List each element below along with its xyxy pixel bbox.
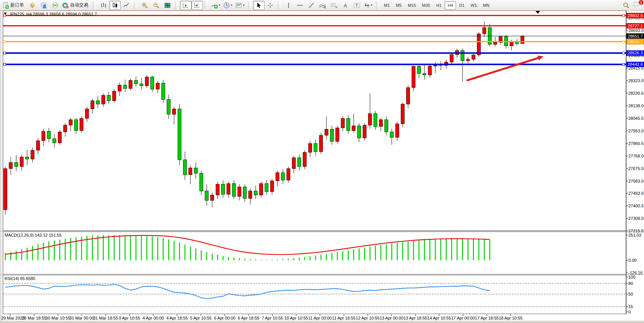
timeframe-M5[interactable]: M5 xyxy=(393,1,405,10)
crosshair-icon xyxy=(267,2,273,8)
tile-windows-icon xyxy=(164,2,171,9)
candle xyxy=(26,157,29,159)
date-tick-label: 6 Apr 00:00 xyxy=(214,316,235,320)
auto-scroll-button[interactable] xyxy=(180,1,191,10)
new-order-icon xyxy=(2,2,9,9)
line-handle[interactable] xyxy=(622,52,625,54)
candle xyxy=(276,173,279,181)
rsi-panel[interactable] xyxy=(3,275,626,314)
periods-button[interactable]: ▼ xyxy=(222,1,234,10)
profile-button[interactable] xyxy=(38,1,49,10)
timeframe-MN[interactable]: MN xyxy=(480,1,493,10)
arrows-dropdown-caret[interactable]: ▼ xyxy=(370,4,373,6)
styler-button[interactable] xyxy=(27,1,38,10)
fibonacci-tool[interactable]: F xyxy=(328,1,340,10)
timeframe-M30[interactable]: M30 xyxy=(419,1,433,10)
rsi-scale-label: 50 xyxy=(628,292,633,296)
zoom-group xyxy=(138,0,174,10)
search-icon[interactable] xyxy=(623,2,630,9)
indicators-button[interactable]: ▼ xyxy=(210,1,222,10)
candle xyxy=(80,118,83,130)
crosshair-button[interactable] xyxy=(265,1,276,10)
date-tick-label: 6 Apr 18:55 xyxy=(238,316,259,320)
candle xyxy=(287,169,290,180)
line-handle[interactable] xyxy=(622,14,625,17)
tile-windows-button[interactable] xyxy=(162,1,173,10)
periods-dropdown-caret[interactable]: ▼ xyxy=(230,4,233,6)
scroll-group xyxy=(179,0,204,10)
price-tick-label: 28045.5 xyxy=(628,116,644,121)
signals-button[interactable] xyxy=(49,1,61,10)
horizontal-line-tool[interactable] xyxy=(294,1,306,10)
trendline-tool[interactable] xyxy=(306,1,317,10)
indicators-dropdown-caret[interactable]: ▼ xyxy=(218,4,221,6)
candle xyxy=(352,126,355,130)
candle xyxy=(199,173,203,191)
candle xyxy=(249,191,252,199)
timeframe-D1[interactable]: D1 xyxy=(456,1,467,10)
templates-button[interactable]: ▼ xyxy=(234,1,246,10)
bar-chart-button[interactable] xyxy=(98,1,109,10)
cursor-button[interactable] xyxy=(253,1,265,10)
candle xyxy=(151,77,154,89)
line-handle[interactable] xyxy=(622,63,625,65)
candle xyxy=(521,36,524,44)
text-tool[interactable]: A xyxy=(340,1,351,10)
candle xyxy=(58,132,62,143)
date-tick-label: 4 Apr 18:55 xyxy=(166,316,188,320)
candle xyxy=(357,126,361,138)
main-toolbar: 新订单 xyxy=(0,0,644,11)
templates-dropdown-caret[interactable]: ▼ xyxy=(242,4,245,6)
arrows-tool[interactable]: ▼ xyxy=(363,1,374,10)
candle xyxy=(254,191,257,195)
svg-text:E: E xyxy=(324,6,326,8)
chart-shift-button[interactable] xyxy=(191,1,203,10)
date-tick-label: 17 Apr 00:00 xyxy=(451,316,475,320)
date-tick-label: 10 Apr 10:55 xyxy=(284,316,308,320)
trade-group: 新订单 xyxy=(0,0,92,10)
candle xyxy=(395,124,399,137)
candle xyxy=(265,183,268,191)
line-handle[interactable] xyxy=(3,52,6,54)
candle xyxy=(47,131,51,139)
autotrade-button[interactable]: 自动交易 xyxy=(61,1,91,10)
chart-canvas[interactable]: 28785.528693.028600.528508.028415.528323… xyxy=(0,0,644,323)
line-chart-icon xyxy=(123,2,130,9)
main-chart-panel[interactable] xyxy=(3,11,626,231)
candle xyxy=(74,120,78,131)
candle xyxy=(118,85,121,91)
rsi-scale-label: 15 xyxy=(628,304,633,309)
line-handle[interactable] xyxy=(3,41,6,43)
price-label-text: 28727.1 xyxy=(628,24,643,28)
line-chart-button[interactable] xyxy=(121,1,132,10)
objects-group: ▼ ▼ ▼ xyxy=(209,0,247,10)
equidistant-channel-icon: E xyxy=(319,2,327,8)
candle xyxy=(91,101,94,109)
candlestick-chart-button[interactable] xyxy=(109,1,121,10)
timeframe-H1[interactable]: H1 xyxy=(433,1,445,10)
zoom-in-button[interactable] xyxy=(139,1,150,10)
candle xyxy=(64,125,67,132)
line-handle[interactable] xyxy=(622,41,625,43)
timeframe-W1[interactable]: W1 xyxy=(467,1,480,10)
zoom-out-button[interactable] xyxy=(150,1,162,10)
candle xyxy=(129,80,132,88)
price-label-text: 28651.7 xyxy=(628,34,643,38)
line-handle[interactable] xyxy=(3,63,6,65)
candle xyxy=(222,184,225,194)
vertical-line-tool[interactable] xyxy=(283,1,294,10)
text-label-tool[interactable]: T xyxy=(351,1,363,10)
notifications-button[interactable]: 1 xyxy=(633,1,641,9)
arrows-tool-icon xyxy=(364,2,370,8)
timeframe-H4[interactable]: H4 xyxy=(445,1,456,10)
equidistant-channel-tool[interactable]: E xyxy=(317,1,328,10)
price-tick-label: 28230.5 xyxy=(628,91,644,95)
toolbar-separator xyxy=(175,2,178,9)
timeframe-M15[interactable]: M15 xyxy=(405,1,419,10)
timeframe-M1[interactable]: M1 xyxy=(381,1,393,10)
templates-icon xyxy=(235,2,242,9)
new-order-button[interactable]: 新订单 xyxy=(1,1,27,10)
chart-title: JPN225 ,H4 28596.3 28656.6 28596.0 28651… xyxy=(9,12,97,16)
chart-type-group xyxy=(97,0,133,10)
zoom-in-icon xyxy=(141,2,148,9)
